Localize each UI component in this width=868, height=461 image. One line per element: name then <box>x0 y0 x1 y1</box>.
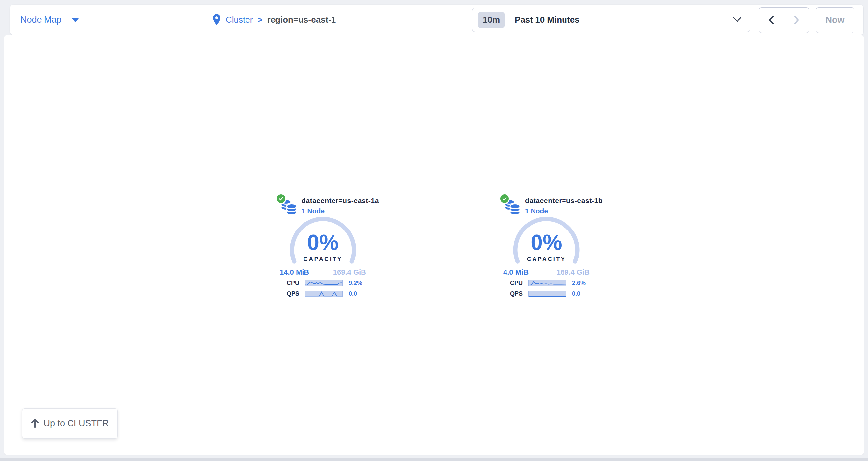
qps-value: 0.0 <box>349 290 357 297</box>
breadcrumb: Cluster > region=us-east-1 <box>212 5 336 35</box>
chevron-left-icon <box>768 15 775 25</box>
location-pin-icon <box>212 14 221 26</box>
time-range-badge: 10m <box>478 12 505 28</box>
qps-sparkline <box>528 291 566 297</box>
qps-value: 0.0 <box>572 290 580 297</box>
up-to-cluster-label: Up to CLUSTER <box>43 419 109 429</box>
metric-rows: CPU 2.6% QPS 0.0 <box>510 279 593 301</box>
time-range-picker[interactable]: 10m Past 10 Minutes <box>472 7 750 32</box>
breadcrumb-separator: > <box>257 15 262 25</box>
now-button[interactable]: Now <box>816 7 855 33</box>
cpu-value: 2.6% <box>572 279 586 287</box>
cpu-sparkline <box>528 280 566 286</box>
capacity-used: 14.0 MiB <box>280 268 309 276</box>
time-range-label: Past 10 Minutes <box>515 15 580 25</box>
cpu-row: CPU 9.2% <box>287 279 370 287</box>
chevron-down-icon <box>733 17 741 22</box>
capacity-label: CAPACITY <box>276 256 370 263</box>
chevron-right-icon <box>793 15 800 25</box>
view-mode-label: Node Map <box>21 15 62 25</box>
cpu-sparkline <box>305 280 343 286</box>
arrow-up-icon <box>31 419 39 428</box>
qps-row: QPS 0.0 <box>510 290 593 297</box>
breadcrumb-current: region=us-east-1 <box>267 15 336 25</box>
bottom-edge-strip <box>0 458 868 461</box>
datacenter-title: datacenter=us-east-1a <box>302 197 379 204</box>
datacenter-card[interactable]: datacenter=us-east-1a 1 Node 0% CAPACITY… <box>276 193 370 301</box>
datacenter-title: datacenter=us-east-1b <box>525 197 603 204</box>
cpu-row: CPU 2.6% <box>510 279 593 287</box>
cpu-value: 9.2% <box>349 279 362 287</box>
healthy-check-icon <box>276 193 286 204</box>
time-next-button[interactable] <box>784 7 809 33</box>
datacenter-node-count: 1 Node <box>525 207 548 215</box>
capacity-used: 4.0 MiB <box>503 268 529 276</box>
capacity-percent: 0% <box>499 231 593 253</box>
up-to-cluster-button[interactable]: Up to CLUSTER <box>22 408 118 439</box>
capacity-total: 169.4 GiB <box>557 268 590 276</box>
breadcrumb-cluster-link[interactable]: Cluster <box>226 15 253 25</box>
header-bar: Node Map Cluster > region=us-east-1 10m … <box>10 5 863 35</box>
metric-rows: CPU 9.2% QPS 0.0 <box>287 279 370 301</box>
capacity-percent: 0% <box>276 231 370 253</box>
qps-row: QPS 0.0 <box>287 290 370 297</box>
node-map-canvas: datacenter=us-east-1a 1 Node 0% CAPACITY… <box>4 35 864 455</box>
time-nav-arrows <box>758 7 809 33</box>
qps-label: QPS <box>287 290 305 297</box>
cpu-label: CPU <box>510 279 528 287</box>
capacity-label: CAPACITY <box>499 256 593 263</box>
datacenter-card[interactable]: datacenter=us-east-1b 1 Node 0% CAPACITY… <box>499 193 593 301</box>
healthy-check-icon <box>499 193 510 204</box>
capacity-total: 169.4 GiB <box>333 268 366 276</box>
qps-sparkline <box>305 291 343 297</box>
view-mode-dropdown[interactable]: Node Map <box>21 5 79 35</box>
datacenter-node-count: 1 Node <box>302 207 324 215</box>
qps-label: QPS <box>510 290 528 297</box>
cpu-label: CPU <box>287 279 305 287</box>
time-prev-button[interactable] <box>759 7 784 33</box>
chevron-down-icon <box>72 19 79 22</box>
header-divider <box>457 5 457 35</box>
